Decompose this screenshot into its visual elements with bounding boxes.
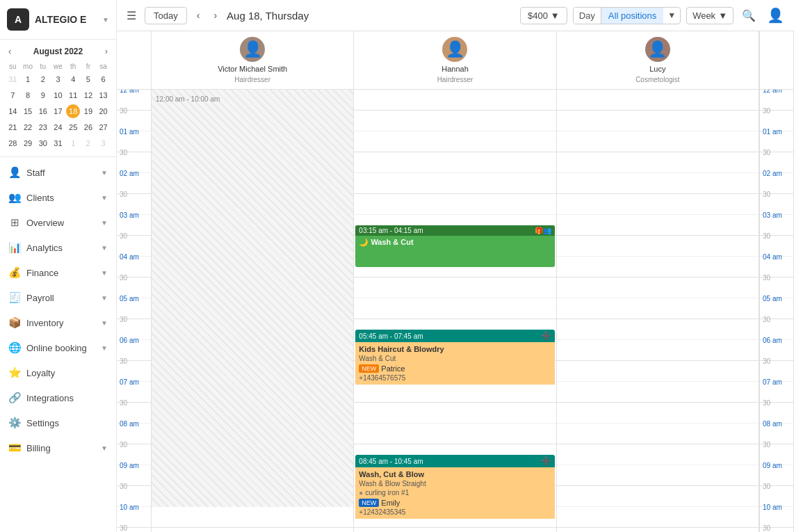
positions-view-active[interactable]: All positions [601, 8, 663, 24]
cal-day-8[interactable]: 8 [21, 88, 35, 102]
cal-col-victor[interactable]: 12:00 am - 10:00 am [152, 90, 354, 532]
cal-day-30[interactable]: 30 [36, 136, 50, 150]
cal-day-2[interactable]: 2 [81, 136, 95, 150]
cal-day-13[interactable]: 13 [97, 88, 111, 102]
staff-name-lucy: Lucy [649, 65, 665, 73]
user-profile-button[interactable]: 👤 [764, 4, 787, 26]
cal-day-7[interactable]: 7 [6, 88, 19, 102]
loyalty-icon: ⭐ [8, 366, 21, 379]
appointment-wash-cut-blow[interactable]: 08:45 am - 10:45 am➕Wash, Cut & BlowWash… [355, 455, 554, 532]
search-button[interactable]: 🔍 [739, 6, 759, 25]
cal-day-24[interactable]: 24 [51, 120, 65, 134]
cal-slot-2-5 [557, 194, 759, 215]
cal-day-1[interactable]: 1 [66, 136, 80, 150]
time-label-2: 01 am [120, 128, 139, 136]
time-half-label-17: 30 [120, 441, 127, 449]
cal-day-6[interactable]: 6 [97, 72, 111, 86]
week-view-button[interactable]: Week ▼ [686, 7, 734, 24]
cal-slot-2-19 [557, 486, 759, 507]
next-date-button[interactable]: › [209, 7, 221, 24]
appt-header-teal-2: 08:45 am - 10:45 am➕ [355, 455, 554, 467]
cal-slot-1-9 [354, 277, 556, 298]
cal-day-22[interactable]: 22 [21, 120, 35, 134]
appointment-kids-haircut[interactable]: 05:45 am - 07:45 am➕Kids Haircut & Blowd… [355, 330, 554, 413]
cal-slot-2-18 [557, 465, 759, 486]
cal-slot-2-2 [557, 131, 759, 152]
appt-add-icon-1[interactable]: ➕ [541, 331, 551, 341]
price-filter-button[interactable]: $400 ▼ [520, 7, 567, 24]
cal-day-14[interactable]: 14 [6, 104, 19, 118]
appt-icons-green: 🎁👥 [535, 227, 551, 234]
today-button[interactable]: Today [145, 7, 187, 24]
cal-day-9[interactable]: 9 [36, 88, 50, 102]
cal-day-11[interactable]: 11 [66, 88, 80, 102]
menu-button[interactable]: ☰ [124, 6, 139, 25]
sidebar-item-finance[interactable]: 💰Finance ▼ [0, 260, 116, 285]
sidebar-item-settings[interactable]: ⚙️Settings [0, 410, 116, 435]
day-label-sa: sa [96, 61, 111, 72]
cal-slot-2-9 [557, 277, 759, 298]
cal-day-31[interactable]: 31 [51, 136, 65, 150]
view-dropdown-button[interactable]: ▼ [663, 8, 680, 23]
appt-add-icon-2[interactable]: ➕ [541, 456, 551, 466]
cal-day-10[interactable]: 10 [51, 88, 65, 102]
cal-day-26[interactable]: 26 [81, 120, 95, 134]
cal-day-23[interactable]: 23 [36, 120, 50, 134]
sidebar: A ALTEGIO E ▼ ‹ August 2022 › su mo tu w… [0, 0, 117, 532]
cal-day-5[interactable]: 5 [81, 72, 95, 86]
cal-day-27[interactable]: 27 [97, 120, 111, 134]
appt-client-name-2: Emily [381, 499, 400, 507]
sidebar-item-staff[interactable]: 👤Staff ▼ [0, 160, 116, 185]
time-slot-right-21: 30 [760, 528, 793, 532]
cal-prev-button[interactable]: ‹ [6, 45, 14, 57]
prev-date-button[interactable]: ‹ [193, 7, 204, 24]
sidebar-item-analytics[interactable]: 📊Analytics ▼ [0, 235, 116, 260]
appt-time-teal-2: 08:45 am - 10:45 am [359, 458, 423, 465]
right-time-column: 12 am3001 am3002 am3003 am3004 am3005 am… [759, 90, 794, 532]
cal-slot-1-2 [354, 131, 556, 152]
sidebar-item-loyalty[interactable]: ⭐Loyalty [0, 360, 116, 385]
cal-col-hannah[interactable]: 03:15 am - 04:15 am🎁👥🌙 Wash & Cut05:45 a… [354, 90, 556, 532]
sidebar-item-online-booking[interactable]: 🌐Online booking ▼ [0, 335, 116, 360]
cal-day-17[interactable]: 17 [51, 104, 65, 118]
cal-day-3[interactable]: 3 [97, 136, 111, 150]
appt-client-name-1: Patrice [381, 364, 405, 373]
sidebar-item-clients[interactable]: 👥Clients ▼ [0, 185, 116, 210]
analytics-label: Analytics [26, 243, 63, 253]
time-label-right-8: 04 am [763, 253, 782, 261]
cal-col-lucy[interactable] [557, 90, 759, 532]
sidebar-item-billing[interactable]: 💳Billing ▼ [0, 435, 116, 460]
time-half-label-right-13: 30 [763, 357, 770, 365]
payroll-label: Payroll [26, 293, 54, 303]
sidebar-item-integrations[interactable]: 🔗Integrations [0, 385, 116, 410]
appointment-wash-cut-early[interactable]: 03:15 am - 04:15 am🎁👥🌙 Wash & Cut [355, 225, 554, 267]
price-dropdown-icon: ▼ [551, 10, 560, 21]
cal-day-16[interactable]: 16 [36, 104, 50, 118]
cal-day-15[interactable]: 15 [21, 104, 35, 118]
cal-day-21[interactable]: 21 [6, 120, 19, 134]
cal-day-31[interactable]: 31 [6, 72, 19, 86]
sidebar-item-overview[interactable]: ⊞Overview ▼ [0, 210, 116, 235]
cal-day-2[interactable]: 2 [36, 72, 50, 86]
staff-col-hannah: 👤 Hannah Hairdresser [354, 31, 556, 89]
sidebar-item-inventory[interactable]: 📦Inventory ▼ [0, 310, 116, 335]
cal-next-button[interactable]: › [102, 45, 111, 57]
sidebar-item-payroll[interactable]: 🧾Payroll ▼ [0, 285, 116, 310]
cal-slot-1-3 [354, 152, 556, 173]
cal-day-25[interactable]: 25 [66, 120, 80, 134]
cal-day-4[interactable]: 4 [66, 72, 80, 86]
cal-slot-0-20 [152, 507, 353, 528]
billing-icon: 💳 [8, 442, 21, 454]
sidebar-logo[interactable]: A ALTEGIO E ▼ [0, 0, 116, 40]
cal-day-19[interactable]: 19 [81, 104, 95, 118]
cal-day-18[interactable]: 18 [66, 104, 80, 118]
cal-day-3[interactable]: 3 [51, 72, 65, 86]
cal-slot-2-3 [557, 152, 759, 173]
cal-day-28[interactable]: 28 [6, 136, 19, 150]
app-logo-icon: A [7, 8, 29, 31]
time-half-label-right-7: 30 [763, 232, 770, 240]
cal-day-20[interactable]: 20 [97, 104, 111, 118]
cal-day-12[interactable]: 12 [81, 88, 95, 102]
cal-day-29[interactable]: 29 [21, 136, 35, 150]
cal-day-1[interactable]: 1 [21, 72, 35, 86]
